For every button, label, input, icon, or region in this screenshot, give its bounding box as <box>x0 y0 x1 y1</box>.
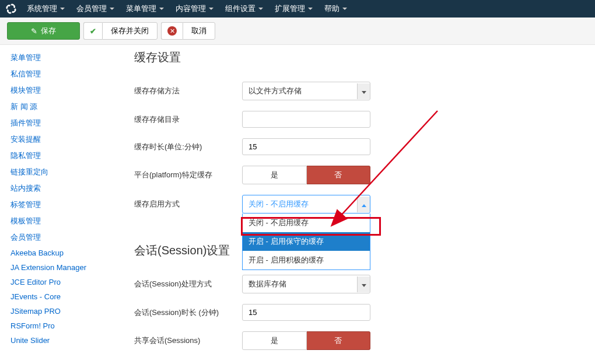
session-handler-select[interactable]: 数据库存储 <box>242 275 370 293</box>
cancel-button[interactable]: 取消 <box>183 22 215 40</box>
caret-icon <box>110 8 114 10</box>
cancel-group: ✕ 取消 <box>161 22 215 40</box>
chevron-up-icon <box>357 197 370 212</box>
nav-extensions[interactable]: 扩展管理 <box>269 0 318 18</box>
sidebar-item[interactable]: JEvents - Core <box>7 289 110 304</box>
sidebar-item[interactable]: 会员管理 <box>7 229 110 246</box>
caret-icon <box>60 8 65 10</box>
sidebar-item[interactable]: Unite Slider <box>7 333 110 348</box>
dropdown-option[interactable]: 开启 - 启用积极的缓存 <box>243 251 370 270</box>
sidebar-item[interactable]: 标签管理 <box>7 197 110 213</box>
field-cache-time: 缓存时长(单位:分钟) <box>134 138 583 155</box>
field-label: 缓存启用方式 <box>134 199 242 209</box>
radio-no[interactable]: 否 <box>307 331 371 350</box>
chevron-down-icon <box>357 83 370 99</box>
field-session-time: 会话(Session)时长 (分钟) <box>134 304 583 321</box>
nav-components[interactable]: 组件设置 <box>219 0 269 18</box>
nav-help[interactable]: 帮助 <box>318 0 353 18</box>
sidebar-item[interactable]: 隐私管理 <box>7 148 110 164</box>
save-close-group: ✔ 保存并关闭 <box>83 22 158 40</box>
cache-section-title: 缓存设置 <box>134 50 583 65</box>
caret-icon <box>342 8 347 10</box>
nav-menu[interactable]: 菜单管理 <box>120 0 170 18</box>
main-area: 菜单管理 私信管理 模块管理 新 闻 源 插件管理 安装提醒 隐私管理 链接重定… <box>0 45 595 360</box>
field-label: 共享会话(Sessions) <box>134 335 242 346</box>
field-label: 会话(Session)处理方式 <box>134 279 242 289</box>
cache-handler-select[interactable]: 以文件方式存储 <box>242 82 370 100</box>
cancel-icon: ✕ <box>167 26 177 36</box>
save-button[interactable]: ✎保存 <box>7 22 80 40</box>
radio-no[interactable]: 否 <box>307 166 371 184</box>
apply-icon: ✎ <box>31 27 37 36</box>
sidebar-item[interactable]: 菜单管理 <box>7 50 110 66</box>
field-cache-path: 缓存存储目录 <box>134 111 583 128</box>
caret-icon <box>209 8 214 10</box>
sidebar-item[interactable]: 插件管理 <box>7 115 110 131</box>
field-session-shared: 共享会话(Sessions) 是 否 <box>134 331 583 350</box>
sidebar-item[interactable]: 模板管理 <box>7 213 110 229</box>
sidebar-item[interactable]: JA Extension Manager <box>7 260 110 275</box>
field-label: 平台(platform)特定缓存 <box>134 170 242 180</box>
radio-yes[interactable]: 是 <box>242 166 307 184</box>
check-icon: ✔ <box>90 27 96 36</box>
sidebar-item[interactable]: 新 闻 源 <box>7 99 110 115</box>
cache-enable-dropdown: 关闭 - 不启用缓存 开启 - 启用保守的缓存 开启 - 启用积极的缓存 <box>242 214 370 270</box>
save-close-button[interactable]: 保存并关闭 <box>102 22 158 40</box>
save-close-icon-button[interactable]: ✔ <box>83 22 102 40</box>
nav-members[interactable]: 会员管理 <box>71 0 120 18</box>
sidebar-item[interactable]: JCE Editor Pro <box>7 275 110 289</box>
cache-enable-select[interactable]: 关闭 - 不启用缓存 关闭 - 不启用缓存 开启 - 启用保守的缓存 开启 - … <box>242 195 370 214</box>
content-panel: 缓存设置 缓存存储方法 以文件方式存储 缓存存储目录 缓存时长(单位:分钟) 平… <box>117 50 595 360</box>
dropdown-option[interactable]: 开启 - 启用保守的缓存 <box>243 232 370 251</box>
nav-system[interactable]: 系统管理 <box>21 0 71 18</box>
sidebar-item[interactable]: 模块管理 <box>7 82 110 99</box>
sidebar-item[interactable]: Akeeba Backup <box>7 246 110 260</box>
cache-time-input[interactable] <box>242 138 370 155</box>
sidebar-item[interactable]: 私信管理 <box>7 66 110 82</box>
field-session-handler: 会话(Session)处理方式 数据库存储 <box>134 275 583 293</box>
action-toolbar: ✎保存 ✔ 保存并关闭 ✕ 取消 <box>0 18 595 45</box>
sidebar-item[interactable]: RSForm! Pro <box>7 318 110 333</box>
caret-icon <box>258 8 263 10</box>
caret-icon <box>159 8 164 10</box>
sidebar: 菜单管理 私信管理 模块管理 新 闻 源 插件管理 安装提醒 隐私管理 链接重定… <box>0 50 117 360</box>
radio-yes[interactable]: 是 <box>242 331 307 350</box>
field-label: 会话(Session)时长 (分钟) <box>134 307 242 318</box>
sidebar-item[interactable]: 站内搜索 <box>7 180 110 197</box>
field-cache-handler: 缓存存储方法 以文件方式存储 <box>134 82 583 100</box>
chevron-down-icon <box>357 276 370 292</box>
field-label: 缓存存储方法 <box>134 86 242 96</box>
dropdown-option[interactable]: 关闭 - 不启用缓存 <box>243 214 370 232</box>
cancel-icon-button[interactable]: ✕ <box>161 22 183 40</box>
session-time-input[interactable] <box>242 304 370 321</box>
field-cache-platform: 平台(platform)特定缓存 是 否 <box>134 166 583 184</box>
field-label: 缓存存储目录 <box>134 114 242 125</box>
session-shared-toggle: 是 否 <box>242 331 370 350</box>
top-navigation: 系统管理 会员管理 菜单管理 内容管理 组件设置 扩展管理 帮助 <box>0 0 595 18</box>
nav-content[interactable]: 内容管理 <box>170 0 219 18</box>
sidebar-item[interactable]: JSitemap PRO <box>7 304 110 318</box>
cache-path-input[interactable] <box>242 111 370 128</box>
platform-cache-toggle: 是 否 <box>242 166 370 184</box>
sidebar-item[interactable]: 安装提醒 <box>7 131 110 148</box>
joomla-logo-icon <box>6 4 16 14</box>
caret-icon <box>308 8 313 10</box>
field-label: 缓存时长(单位:分钟) <box>134 142 242 152</box>
sidebar-item[interactable]: 链接重定向 <box>7 164 110 180</box>
field-cache-enable: 缓存启用方式 关闭 - 不启用缓存 关闭 - 不启用缓存 开启 - 启用保守的缓… <box>134 195 583 214</box>
